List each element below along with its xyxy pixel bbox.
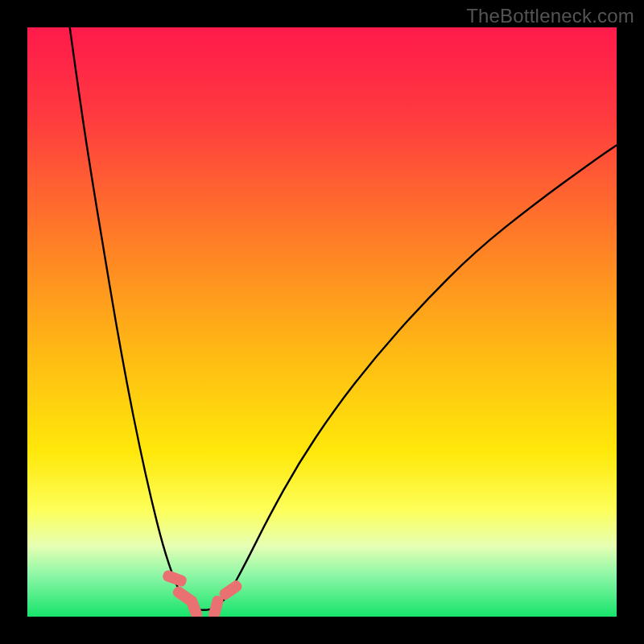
chart-svg — [27, 27, 617, 617]
watermark-text: TheBottleneck.com — [466, 5, 634, 27]
chart-frame: TheBottleneck.com — [0, 0, 644, 644]
plot-area — [27, 27, 617, 617]
